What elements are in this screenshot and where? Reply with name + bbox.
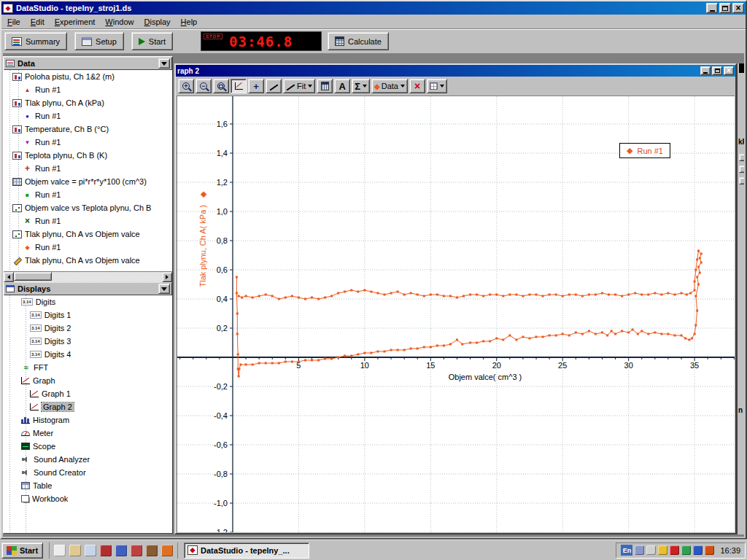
zoom-in-button[interactable] bbox=[178, 79, 194, 93]
display-item[interactable]: Table bbox=[4, 479, 172, 492]
graph-window-titlebar[interactable]: raph 2 × bbox=[176, 65, 735, 77]
zoom-out-button[interactable] bbox=[196, 79, 212, 93]
active-task-button[interactable]: ◆ DataStudio - tepelny_... bbox=[184, 542, 309, 559]
window-icon[interactable] bbox=[85, 545, 96, 556]
display-item[interactable]: Meter bbox=[4, 427, 172, 440]
maximize-button[interactable] bbox=[719, 3, 731, 13]
svg-text:0,4: 0,4 bbox=[217, 295, 228, 303]
x-axis-title[interactable]: Objem valce( cm^3 ) bbox=[419, 373, 551, 381]
y-axis-title[interactable]: Tlak plynu, Ch A( kPa )◆ bbox=[198, 152, 209, 327]
start-button[interactable]: Start bbox=[131, 32, 173, 50]
display-item[interactable]: Histogram bbox=[4, 413, 172, 427]
display-item-label: Meter bbox=[33, 429, 53, 438]
close-button[interactable]: × bbox=[732, 3, 744, 13]
data-item[interactable]: Tlak plynu, Ch A (kPa) bbox=[4, 96, 172, 109]
display-item-label: Sound Creator bbox=[34, 468, 86, 477]
data-run-item[interactable]: +Run #1 bbox=[4, 162, 172, 175]
minimize-button[interactable] bbox=[706, 3, 718, 13]
flame-icon[interactable] bbox=[161, 545, 173, 556]
data-run-item[interactable]: ●Run #1 bbox=[4, 109, 172, 122]
display-item[interactable]: 3.14Digits 2 bbox=[4, 322, 172, 335]
antivirus-icon[interactable] bbox=[670, 545, 679, 555]
data-item[interactable]: Poloha pistu, Ch 1&2 (m) bbox=[4, 70, 172, 83]
axis-settings-menu-button[interactable] bbox=[427, 79, 447, 93]
graph-close-button[interactable]: × bbox=[724, 66, 734, 75]
legend[interactable]: ◆ Run #1 bbox=[619, 143, 670, 158]
data-run-item[interactable]: ▲Run #1 bbox=[4, 83, 172, 96]
donut-icon[interactable] bbox=[146, 545, 158, 556]
scale-to-fit-button[interactable] bbox=[231, 79, 247, 93]
data-run-item[interactable]: ■Run #1 bbox=[4, 188, 172, 201]
setup-button[interactable]: Setup bbox=[74, 32, 124, 50]
menu-help[interactable]: Help bbox=[176, 15, 203, 28]
zoom-select-button[interactable] bbox=[213, 79, 229, 93]
data-item-label: Poloha pistu, Ch 1&2 (m) bbox=[25, 72, 115, 81]
scrollbar-thumb[interactable] bbox=[14, 272, 52, 281]
data-item-label: Objem valce = pi*r*r*y*100 (cm^3) bbox=[25, 177, 147, 186]
display-item[interactable]: ≈FFT bbox=[4, 361, 172, 374]
data-item[interactable]: Teplota plynu, Ch B (K) bbox=[4, 149, 172, 162]
chevron-down-icon bbox=[308, 85, 312, 88]
graph-minimize-button[interactable] bbox=[700, 66, 711, 75]
menu-window[interactable]: Window bbox=[100, 15, 139, 28]
menu-file[interactable]: File bbox=[2, 15, 26, 28]
summary-button[interactable]: Summary bbox=[4, 32, 67, 50]
menu-edit[interactable]: Edit bbox=[26, 15, 50, 28]
graph-plot-area[interactable]: 51015202530351,61,41,21,00,80,60,40,2-0,… bbox=[177, 96, 735, 532]
data-menu-button[interactable]: ◆Data bbox=[371, 79, 408, 93]
calculate-button[interactable]: Calculate bbox=[328, 32, 389, 50]
notes-icon[interactable] bbox=[54, 545, 66, 556]
statistics-menu-button[interactable]: Σ bbox=[352, 79, 370, 93]
display-item[interactable]: Scope bbox=[4, 440, 172, 453]
data-item[interactable]: Objem valce = pi*r*r*y*100 (cm^3) bbox=[4, 175, 172, 188]
media-icon[interactable] bbox=[100, 545, 112, 556]
display-item[interactable]: 3.14Digits 3 bbox=[4, 335, 172, 348]
display-item[interactable]: Graph 2 bbox=[4, 400, 172, 413]
data-menu-button[interactable] bbox=[158, 58, 170, 69]
title-bar[interactable]: ◆ DataStudio - tepelny_stroj1.ds × bbox=[1, 1, 746, 15]
scroll-left-button[interactable] bbox=[4, 272, 14, 282]
calculate-button[interactable] bbox=[317, 79, 333, 93]
data-run-item[interactable]: ▼Run #1 bbox=[4, 136, 172, 149]
data-run-item[interactable]: ×Run #1 bbox=[4, 214, 172, 228]
data-item[interactable]: Tlak plynu, Ch A vs Objem valce bbox=[4, 228, 172, 241]
volume-icon[interactable] bbox=[646, 545, 656, 555]
data-tree-hscrollbar[interactable] bbox=[4, 271, 172, 282]
menu-experiment[interactable]: Experiment bbox=[50, 15, 101, 28]
display-item[interactable]: Graph bbox=[4, 374, 172, 387]
scheduler-icon[interactable] bbox=[658, 545, 667, 555]
graph-maximize-button[interactable] bbox=[712, 66, 722, 75]
data-item[interactable]: Objem valce vs Teplota plynu, Ch B bbox=[4, 201, 172, 214]
keyboard-icon[interactable] bbox=[635, 545, 644, 555]
shield-icon[interactable] bbox=[693, 545, 703, 555]
display-item[interactable]: Sound Analyzer bbox=[4, 453, 172, 466]
slope-tool-button[interactable] bbox=[266, 79, 282, 93]
remove-button[interactable]: × bbox=[409, 79, 425, 93]
display-item[interactable]: Graph 1 bbox=[4, 387, 172, 400]
document-icon[interactable] bbox=[69, 545, 81, 556]
updater-icon[interactable] bbox=[705, 545, 714, 555]
display-item[interactable]: Sound Creator bbox=[4, 466, 172, 479]
data-item[interactable]: Tlak plynu, Ch A vs Objem valce bbox=[4, 254, 172, 267]
data-item[interactable]: Temperature, Ch B (°C) bbox=[4, 122, 172, 136]
grid-icon[interactable] bbox=[131, 545, 142, 556]
start-menu-button[interactable]: Start bbox=[1, 542, 43, 559]
display-item[interactable]: 3.14Digits bbox=[4, 295, 172, 308]
scroll-right-button[interactable] bbox=[162, 272, 172, 282]
network-icon[interactable] bbox=[681, 545, 691, 555]
svg-text:-1,2: -1,2 bbox=[214, 528, 228, 532]
display-item[interactable]: Workbook bbox=[4, 492, 172, 505]
display-item[interactable]: 3.14Digits 4 bbox=[4, 348, 172, 361]
taskbar-clock[interactable]: 16:39 bbox=[720, 546, 740, 555]
disk-icon[interactable] bbox=[115, 545, 127, 556]
menu-display[interactable]: Display bbox=[139, 15, 176, 28]
displays-menu-button[interactable] bbox=[158, 284, 170, 294]
grid-icon bbox=[430, 82, 438, 90]
fit-menu-button[interactable]: Fit bbox=[283, 79, 315, 93]
text-annotation-button[interactable]: A bbox=[334, 79, 350, 93]
background-text-fragment: n bbox=[738, 406, 743, 414]
data-run-item[interactable]: ◆Run #1 bbox=[4, 241, 172, 254]
display-item[interactable]: 3.14Digits 1 bbox=[4, 308, 172, 322]
smart-tool-button[interactable]: + bbox=[248, 79, 264, 93]
language-indicator[interactable]: En bbox=[621, 545, 632, 556]
